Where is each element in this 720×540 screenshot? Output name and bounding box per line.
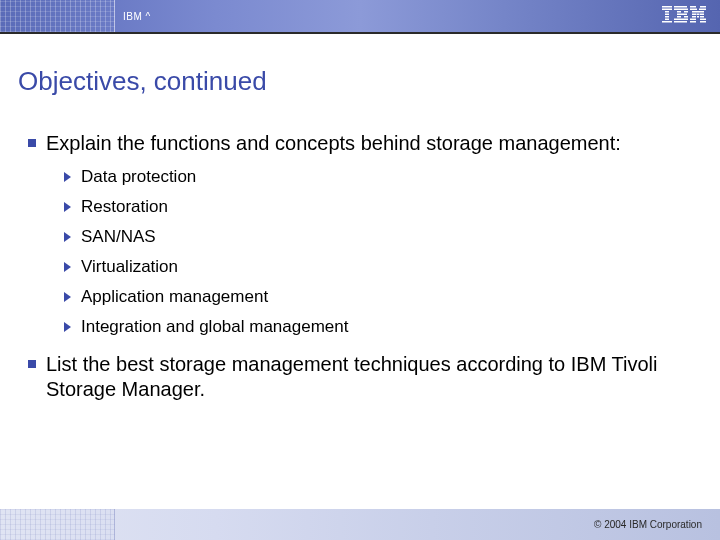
svg-rect-21 xyxy=(692,11,698,13)
footer-bar: © 2004 IBM Corporation xyxy=(0,509,720,540)
svg-rect-16 xyxy=(674,21,687,23)
bullet-lvl1: List the best storage management techniq… xyxy=(28,352,692,402)
triangle-bullet-icon xyxy=(64,322,71,332)
svg-rect-26 xyxy=(692,16,696,18)
svg-rect-0 xyxy=(662,6,672,8)
svg-rect-10 xyxy=(677,11,681,13)
svg-rect-17 xyxy=(690,6,696,8)
svg-rect-23 xyxy=(692,14,696,16)
sub-bullet-text: SAN/NAS xyxy=(81,228,156,245)
page-title: Objectives, continued xyxy=(0,34,720,97)
square-bullet-icon xyxy=(28,360,36,368)
bullet-lvl2: Application management xyxy=(64,288,692,305)
header-bar: IBM ^ xyxy=(0,0,720,32)
bullet-lvl2: SAN/NAS xyxy=(64,228,692,245)
footer-decor-left xyxy=(0,509,115,540)
svg-rect-32 xyxy=(700,21,706,23)
svg-rect-8 xyxy=(674,6,687,8)
sub-bullet-text: Data protection xyxy=(81,168,196,185)
bullet-lvl2: Integration and global management xyxy=(64,318,692,335)
triangle-bullet-icon xyxy=(64,232,71,242)
svg-rect-13 xyxy=(677,16,681,18)
svg-rect-2 xyxy=(665,11,669,13)
svg-rect-19 xyxy=(690,9,697,11)
svg-rect-27 xyxy=(697,16,699,18)
bullet-lvl2: Data protection xyxy=(64,168,692,185)
bullet-lvl2: Restoration xyxy=(64,198,692,215)
triangle-bullet-icon xyxy=(64,172,71,182)
bullet-lvl2: Virtualization xyxy=(64,258,692,275)
svg-rect-1 xyxy=(662,9,672,11)
header-brand-text: IBM ^ xyxy=(123,11,151,22)
sub-bullet-text: Virtualization xyxy=(81,258,178,275)
square-bullet-icon xyxy=(28,139,36,147)
bullet-lvl1: Explain the functions and concepts behin… xyxy=(28,131,692,156)
svg-rect-6 xyxy=(662,21,672,23)
svg-rect-24 xyxy=(697,14,700,16)
svg-rect-30 xyxy=(700,19,706,21)
triangle-bullet-icon xyxy=(64,292,71,302)
slide-content: Objectives, continued Explain the functi… xyxy=(0,34,720,402)
triangle-bullet-icon xyxy=(64,202,71,212)
svg-rect-3 xyxy=(665,14,669,16)
svg-rect-29 xyxy=(690,19,696,21)
ibm-logo-icon xyxy=(662,6,706,24)
svg-rect-25 xyxy=(700,14,704,16)
svg-rect-28 xyxy=(700,16,704,18)
svg-rect-20 xyxy=(699,9,706,11)
bullet-text: List the best storage management techniq… xyxy=(46,352,692,402)
svg-rect-12 xyxy=(677,14,687,16)
svg-rect-9 xyxy=(674,9,688,11)
svg-rect-15 xyxy=(674,19,688,21)
bullet-text: Explain the functions and concepts behin… xyxy=(46,131,692,156)
svg-rect-22 xyxy=(698,11,704,13)
header-decor-left xyxy=(0,0,115,32)
svg-rect-14 xyxy=(684,16,688,18)
copyright-text: © 2004 IBM Corporation xyxy=(594,519,702,530)
svg-rect-4 xyxy=(665,16,669,18)
svg-rect-5 xyxy=(665,19,669,21)
sub-bullet-text: Application management xyxy=(81,288,268,305)
sub-bullet-text: Restoration xyxy=(81,198,168,215)
svg-rect-18 xyxy=(700,6,706,8)
body: Explain the functions and concepts behin… xyxy=(0,97,720,402)
sub-list: Data protection Restoration SAN/NAS Virt… xyxy=(28,158,692,352)
svg-rect-11 xyxy=(684,11,688,13)
sub-bullet-text: Integration and global management xyxy=(81,318,348,335)
triangle-bullet-icon xyxy=(64,262,71,272)
svg-rect-31 xyxy=(690,21,696,23)
